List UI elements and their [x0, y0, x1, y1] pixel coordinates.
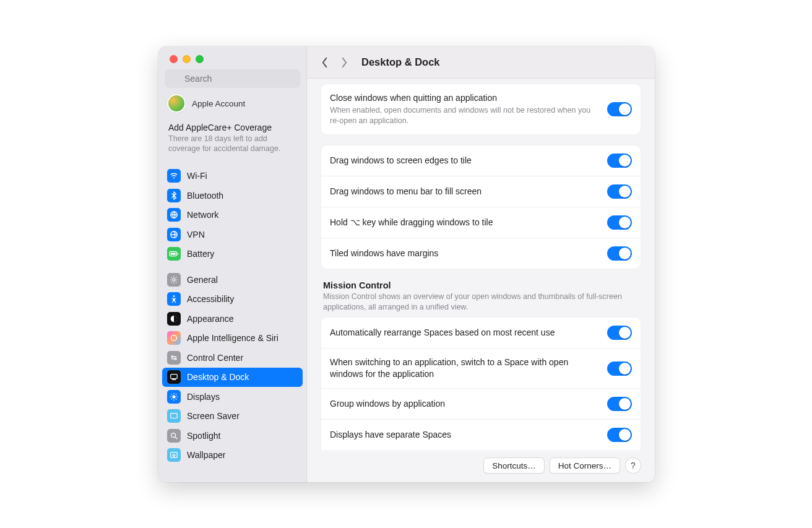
toggle-hold-option-tile[interactable]	[607, 215, 632, 230]
promo-title: Add AppleCare+ Coverage	[168, 123, 296, 132]
sidebar-item-label: Wallpaper	[187, 450, 226, 460]
row-title: When switching to an application, switch…	[330, 357, 598, 380]
back-button[interactable]	[318, 54, 330, 71]
sidebar-group-network: Wi-Fi Bluetooth Network	[162, 167, 303, 264]
row-title: Automatically rearrange Spaces based on …	[330, 327, 598, 339]
svg-rect-16	[171, 374, 178, 379]
row-close-when-quit: Close windows when quitting an applicati…	[321, 84, 641, 134]
sidebar-item-desktop-dock[interactable]: Desktop & Dock	[162, 368, 303, 387]
siri-icon	[167, 331, 181, 345]
sidebar-item-accessibility[interactable]: Accessibility	[162, 290, 303, 309]
svg-rect-27	[171, 413, 178, 418]
sidebar-item-label: General	[187, 275, 218, 285]
avatar	[167, 94, 186, 113]
sidebar-item-wallpaper[interactable]: Wallpaper	[162, 446, 303, 465]
vpn-icon	[167, 228, 181, 241]
search-input[interactable]	[165, 69, 300, 88]
sidebar-item-screen-saver[interactable]: Screen Saver	[162, 407, 303, 426]
sidebar-item-label: Screen Saver	[187, 411, 240, 421]
svg-rect-7	[171, 253, 176, 255]
search-container	[158, 69, 306, 92]
wallpaper-icon	[167, 448, 181, 462]
group-mission-control: Automatically rearrange Spaces based on …	[321, 317, 641, 451]
hot-corners-button[interactable]: Hot Corners…	[550, 457, 620, 474]
shortcuts-button[interactable]: Shortcuts…	[483, 457, 545, 474]
row-drag-edges-tile: Drag windows to screen edges to tile	[321, 145, 641, 176]
sidebar-item-apple-intelligence-siri[interactable]: Apple Intelligence & Siri	[162, 329, 303, 348]
sidebar-item-battery[interactable]: Battery	[162, 245, 303, 264]
sidebar-item-appearance[interactable]: Appearance	[162, 309, 303, 329]
sidebar-item-network[interactable]: Network	[162, 206, 303, 225]
fullscreen-window-button[interactable]	[196, 55, 204, 63]
row-switch-space-with-app: When switching to an application, switch…	[321, 348, 641, 388]
toggle-tiled-margins[interactable]	[607, 246, 632, 261]
svg-line-26	[171, 399, 172, 399]
sidebar-item-label: Displays	[187, 392, 220, 402]
toggle-displays-separate-spaces[interactable]	[607, 428, 632, 442]
sidebar-scroll: Apple Account Add AppleCare+ Coverage Th…	[158, 92, 306, 482]
sidebar-item-label: Accessibility	[187, 294, 234, 304]
content-scroll[interactable]: Close windows when quitting an applicati…	[307, 79, 655, 451]
row-tiled-margins: Tiled windows have margins	[321, 238, 641, 269]
svg-point-28	[171, 433, 176, 437]
svg-rect-6	[177, 253, 178, 255]
row-title: Drag windows to screen edges to tile	[330, 155, 598, 167]
wifi-icon	[167, 169, 181, 183]
row-drag-menubar-fill: Drag windows to menu bar to fill screen	[321, 176, 641, 207]
help-button[interactable]: ?	[625, 457, 641, 474]
svg-line-24	[176, 399, 176, 399]
sidebar-promo-applecare[interactable]: Add AppleCare+ Coverage There are 18 day…	[162, 118, 303, 160]
group-window-tiling: Drag windows to screen edges to tile Dra…	[321, 145, 641, 269]
toggle-auto-rearrange-spaces[interactable]	[607, 326, 632, 340]
sidebar-item-apple-account[interactable]: Apple Account	[162, 92, 303, 118]
sidebar-item-bluetooth[interactable]: Bluetooth	[162, 186, 303, 206]
row-title: Drag windows to menu bar to fill screen	[330, 186, 598, 197]
row-group-by-app: Group windows by application	[321, 388, 641, 419]
sidebar-item-label: Desktop & Dock	[187, 372, 249, 382]
row-auto-rearrange-spaces: Automatically rearrange Spaces based on …	[321, 318, 641, 348]
sidebar-item-label: Control Center	[187, 353, 243, 363]
sidebar-item-label: Bluetooth	[187, 191, 223, 201]
row-title: Displays have separate Spaces	[330, 429, 598, 441]
sidebar: Apple Account Add AppleCare+ Coverage Th…	[158, 46, 307, 482]
gear-icon	[167, 273, 181, 287]
toggle-switch-space-with-app[interactable]	[607, 361, 632, 376]
toggle-group-by-app[interactable]	[607, 397, 632, 411]
sidebar-item-displays[interactable]: Displays	[162, 387, 303, 407]
sidebar-group-system: General Accessibility Appearance	[162, 270, 303, 465]
promo-subtitle: There are 18 days left to add coverage f…	[168, 134, 296, 154]
svg-point-12	[171, 356, 173, 358]
main-pane: Desktop & Dock Close windows when quitti…	[307, 46, 655, 482]
sidebar-item-vpn[interactable]: VPN	[162, 225, 303, 245]
section-subtitle: Mission Control shows an overview of you…	[323, 292, 639, 313]
toggle-drag-edges-tile[interactable]	[607, 154, 632, 168]
toggle-close-when-quit[interactable]	[607, 102, 632, 116]
page-title: Desktop & Dock	[361, 56, 440, 68]
sidebar-item-control-center[interactable]: Control Center	[162, 348, 303, 368]
svg-point-31	[173, 454, 175, 455]
toggle-drag-menubar-fill[interactable]	[607, 184, 632, 199]
section-title: Mission Control	[323, 280, 639, 290]
row-title: Close windows when quitting an applicati…	[330, 92, 598, 104]
svg-line-29	[175, 437, 178, 439]
sidebar-item-spotlight[interactable]: Spotlight	[162, 426, 303, 446]
spotlight-icon	[167, 429, 181, 443]
row-title: Group windows by application	[330, 398, 598, 410]
forward-button[interactable]	[338, 54, 350, 71]
control-center-icon	[167, 351, 181, 365]
sidebar-item-wifi[interactable]: Wi-Fi	[162, 167, 303, 186]
sidebar-item-label: Apple Intelligence & Siri	[187, 333, 279, 343]
sidebar-item-label: Spotlight	[187, 431, 220, 441]
row-subtitle: When enabled, open documents and windows…	[330, 105, 598, 126]
sidebar-item-label: Battery	[187, 249, 214, 259]
sidebar-item-label: Appearance	[187, 314, 234, 324]
row-title: Hold ⌥ key while dragging windows to til…	[330, 217, 598, 228]
row-title: Tiled windows have margins	[330, 248, 598, 259]
svg-point-18	[172, 395, 175, 398]
accessibility-icon	[167, 292, 181, 306]
sidebar-item-label: VPN	[187, 230, 205, 240]
close-window-button[interactable]	[170, 55, 178, 63]
minimize-window-button[interactable]	[183, 55, 191, 63]
sidebar-item-general[interactable]: General	[162, 270, 303, 290]
appearance-icon	[167, 312, 181, 326]
